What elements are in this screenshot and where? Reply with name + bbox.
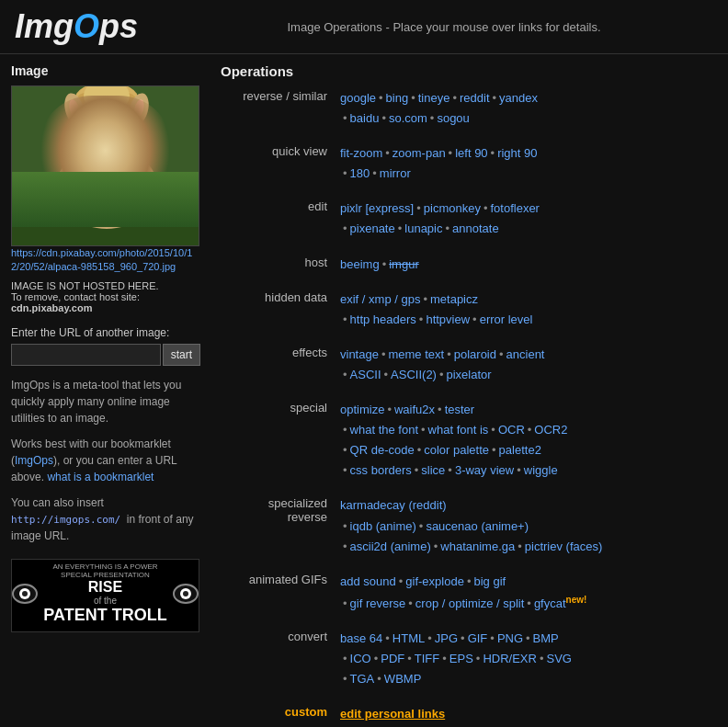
link-animated-gifs-0[interactable]: add sound: [340, 574, 396, 588]
svg-point-10: [114, 122, 127, 133]
url-input[interactable]: [11, 344, 161, 366]
link-animated-gifs-2[interactable]: big gif: [473, 574, 506, 588]
link-reverse-7[interactable]: sogou: [437, 111, 469, 125]
link-special-1[interactable]: waifu2x: [394, 403, 435, 416]
link-specialized-reverse-3[interactable]: ascii2d (anime): [350, 540, 431, 553]
image-url-link[interactable]: https://cdn.pixabay.com/photo/2015/10/12…: [11, 247, 192, 272]
link-special-7[interactable]: QR de-code: [350, 443, 415, 457]
op-links-effects: vintage•meme text•polaroid•ancient•ASCII…: [340, 345, 719, 385]
link-reverse-0[interactable]: google: [340, 91, 376, 105]
link-special-0[interactable]: optimize: [340, 403, 384, 416]
link-convert-4[interactable]: PNG: [497, 631, 523, 645]
imgops-bookmarklet-link[interactable]: ImgOps: [15, 454, 53, 467]
link-special-5[interactable]: OCR: [498, 423, 525, 437]
svg-point-15: [106, 92, 139, 118]
op-label-custom: custom: [221, 704, 340, 719]
link-special-8[interactable]: color palette: [424, 443, 489, 457]
link-special-4[interactable]: what font is: [428, 423, 489, 437]
link-animated-gifs-3[interactable]: gif reverse: [350, 596, 406, 610]
link-specialized-reverse-4[interactable]: whatanime.ga: [440, 540, 515, 553]
ops-panel: Operations reverse / similargoogle•bing•…: [211, 63, 728, 727]
link-hidden-data-1[interactable]: metapicz: [430, 292, 478, 306]
link-quick-view-3[interactable]: right 90: [497, 146, 537, 160]
link-reverse-4[interactable]: yandex: [499, 91, 538, 105]
link-quick-view-1[interactable]: zoom-pan: [392, 146, 446, 160]
link-effects-4[interactable]: ASCII: [350, 368, 381, 381]
link-special-6[interactable]: OCR2: [534, 423, 567, 437]
link-reverse-2[interactable]: tineye: [418, 91, 450, 105]
op-row-custom: customedit personal links: [221, 704, 719, 727]
link-reverse-6[interactable]: so.com: [389, 111, 427, 125]
link-edit-5[interactable]: annotate: [452, 222, 499, 235]
op-label-edit: edit: [221, 199, 340, 213]
link-convert-5[interactable]: BMP: [533, 631, 559, 645]
link-reverse-3[interactable]: reddit: [460, 91, 490, 105]
link-special-9[interactable]: palette2: [499, 443, 541, 457]
url-input-row: start: [11, 344, 200, 366]
link-specialized-reverse-0[interactable]: karmadecay (reddit): [340, 498, 447, 512]
link-specialized-reverse-2[interactable]: saucenao (anime+): [426, 519, 529, 533]
link-animated-gifs-5[interactable]: gfycat: [534, 596, 566, 610]
link-convert-8[interactable]: TIFF: [415, 652, 439, 665]
link-host-0[interactable]: beeimg: [340, 257, 380, 271]
sidebar-ad[interactable]: AN EVERYTHING IS A POWER SPECIAL PRESENT…: [11, 559, 199, 632]
link-convert-2[interactable]: JPG: [435, 631, 458, 645]
link-convert-11[interactable]: SVG: [546, 652, 571, 665]
start-button[interactable]: start: [163, 344, 200, 366]
ad-rise-text: RISE: [43, 579, 166, 596]
link-convert-3[interactable]: GIF: [468, 631, 488, 645]
link-reverse-1[interactable]: bing: [386, 91, 409, 105]
link-convert-13[interactable]: WBMP: [384, 672, 421, 686]
link-special-11[interactable]: slice: [421, 463, 445, 477]
link-specialized-reverse-5[interactable]: pictriev (faces): [525, 540, 603, 553]
link-quick-view-4[interactable]: 180: [350, 166, 370, 180]
description: ImgOps is a meta-tool that lets you quic…: [11, 377, 200, 426]
link-special-10[interactable]: css borders: [350, 463, 412, 477]
link-effects-2[interactable]: polaroid: [454, 347, 496, 361]
link-edit-2[interactable]: fotoflexer: [490, 201, 539, 215]
link-quick-view-5[interactable]: mirror: [380, 166, 411, 180]
op-links-special: optimize•waifu2x•tester•what the font•wh…: [340, 400, 719, 481]
link-edit-0[interactable]: pixlr [express]: [340, 201, 414, 215]
link-hidden-data-2[interactable]: http headers: [350, 312, 416, 326]
link-effects-3[interactable]: ancient: [506, 347, 545, 361]
what-is-bookmarklet-link[interactable]: what is a bookmarklet: [47, 471, 154, 483]
link-edit-3[interactable]: pixenate: [350, 222, 395, 235]
link-convert-6[interactable]: ICO: [350, 652, 371, 665]
link-effects-0[interactable]: vintage: [340, 347, 379, 361]
image-url[interactable]: https://cdn.pixabay.com/photo/2015/10/12…: [11, 246, 200, 275]
op-links-hidden-data: exif / xmp / gps•metapicz•http headers•h…: [340, 290, 719, 330]
op-links-edit: pixlr [express]•picmonkey•fotoflexer•pix…: [340, 199, 719, 239]
link-convert-12[interactable]: TGA: [350, 672, 375, 686]
link-quick-view-2[interactable]: left 90: [455, 146, 487, 160]
link-animated-gifs-1[interactable]: gif-explode: [405, 574, 464, 588]
link-special-12[interactable]: 3-way view: [455, 463, 514, 477]
link-special-3[interactable]: what the font: [350, 423, 418, 437]
link-hidden-data-4[interactable]: error level: [480, 312, 533, 326]
link-convert-7[interactable]: PDF: [381, 652, 404, 665]
link-special-2[interactable]: tester: [445, 403, 475, 416]
svg-point-16: [84, 86, 130, 112]
link-reverse-5[interactable]: baidu: [350, 111, 380, 125]
link-hidden-data-0[interactable]: exif / xmp / gps: [340, 292, 420, 306]
link-host-1[interactable]: imgur: [389, 257, 419, 271]
link-custom-0[interactable]: edit personal links: [340, 707, 445, 721]
op-row-convert: convertbase 64•HTML•JPG•GIF•PNG•BMP•ICO•…: [221, 629, 719, 695]
link-convert-1[interactable]: HTML: [392, 631, 425, 645]
svg-point-5: [81, 108, 132, 166]
link-animated-gifs-4[interactable]: crop / optimize / split: [415, 596, 525, 610]
link-special-13[interactable]: wiggle: [524, 463, 558, 477]
link-hidden-data-3[interactable]: httpview: [426, 312, 470, 326]
link-convert-9[interactable]: EPS: [449, 652, 473, 665]
link-effects-6[interactable]: pixelator: [447, 368, 492, 381]
svg-point-12: [120, 124, 124, 128]
link-convert-0[interactable]: base 64: [340, 631, 382, 645]
link-edit-4[interactable]: lunapic: [404, 222, 442, 235]
link-effects-1[interactable]: meme text: [388, 347, 444, 361]
link-specialized-reverse-1[interactable]: iqdb (anime): [350, 519, 416, 533]
link-quick-view-0[interactable]: fit-zoom: [340, 146, 382, 160]
link-convert-10[interactable]: HDR/EXR: [483, 652, 537, 665]
link-effects-5[interactable]: ASCII(2): [391, 368, 437, 381]
op-links-reverse: google•bing•tineye•reddit•yandex•baidu•s…: [340, 88, 719, 129]
link-edit-1[interactable]: picmonkey: [424, 201, 481, 215]
